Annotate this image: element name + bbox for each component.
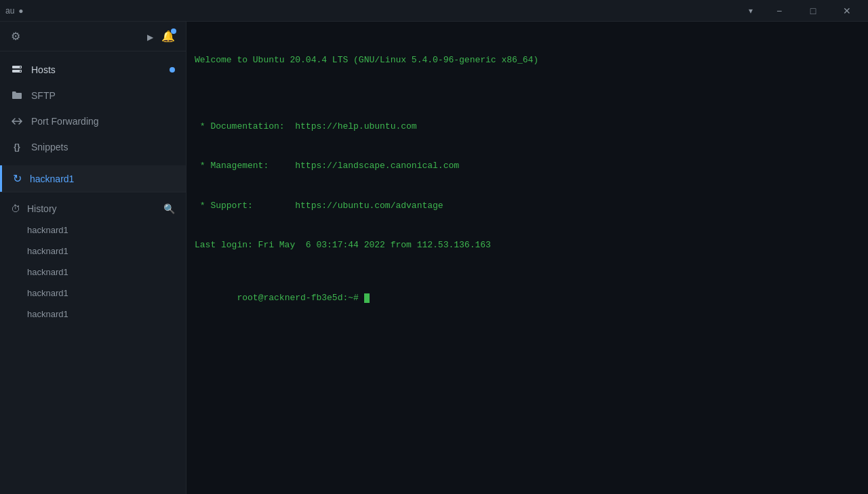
sidebar-item-port-forwarding[interactable]: Port Forwarding [0, 108, 186, 134]
history-list: hacknard1 hacknard1 hacknard1 hacknard1 … [0, 220, 186, 325]
sidebar-item-snippets[interactable]: {} Snippets [0, 134, 186, 160]
search-icon: 🔍 [163, 203, 175, 214]
terminal-button[interactable] [147, 30, 153, 43]
sidebar-item-label: Hosts [31, 64, 56, 75]
terminal-line: * Documentation: https://help.ubuntu.com [195, 120, 860, 133]
status-label: au [5, 6, 14, 16]
chevron-down-icon: ▾ [749, 6, 753, 16]
status-icon: ● [18, 6, 23, 16]
sidebar-top-icons: 🔔 [147, 30, 175, 43]
terminal-line: * Management: https://landscape.canonica… [195, 159, 860, 173]
sidebar-nav: Hosts SFTP Port Forwardin [0, 52, 186, 165]
sidebar: 🔔 Hosts [0, 22, 186, 494]
terminal-line: * Support: https://ubuntu.com/advantage [195, 199, 860, 213]
terminal-line: Last login: Fri May 6 03:17:44 2022 from… [195, 239, 860, 252]
history-item[interactable]: hacknard1 [0, 220, 186, 241]
snippet-icon: {} [11, 141, 23, 153]
main-layout: 🔔 Hosts [0, 22, 868, 494]
maximize-button[interactable]: □ [797, 0, 829, 22]
svg-point-3 [20, 70, 21, 72]
history-header: ⏱ History 🔍 [0, 198, 186, 220]
folder-icon [11, 89, 23, 102]
terminal-cursor [364, 293, 370, 303]
refresh-icon: ↻ [13, 172, 22, 185]
sidebar-item-label: SFTP [31, 90, 56, 101]
terminal-prompt-line: root@racknerd-fb3e5d:~# [195, 279, 860, 318]
history-item[interactable]: hacknard1 [0, 262, 186, 283]
terminal-line: Welcome to Ubuntu 20.04.4 LTS (GNU/Linux… [195, 54, 860, 67]
forward-icon [11, 115, 23, 127]
active-session-label: hacknard1 [30, 173, 74, 184]
history-label: History [27, 203, 57, 214]
active-session-item[interactable]: ↻ hacknard1 [0, 165, 186, 192]
history-search-button[interactable]: 🔍 [163, 203, 175, 214]
history-item[interactable]: hacknard1 [0, 283, 186, 304]
sidebar-item-label: Snippets [31, 142, 68, 152]
sidebar-item-hosts[interactable]: Hosts [0, 57, 186, 83]
minimize-button[interactable]: − [764, 0, 795, 22]
svg-point-2 [20, 66, 21, 68]
terminal-area[interactable]: Welcome to Ubuntu 20.04.4 LTS (GNU/Linux… [186, 22, 868, 494]
history-item[interactable]: hacknard1 [0, 241, 186, 262]
sidebar-item-sftp[interactable]: SFTP [0, 83, 186, 108]
titlebar: au ● ▾ − □ ✕ [0, 0, 868, 22]
hosts-badge [170, 67, 175, 73]
notification-dot [171, 28, 176, 34]
history-icon: ⏱ [11, 203, 20, 214]
sidebar-top: 🔔 [0, 22, 186, 52]
close-button[interactable]: ✕ [831, 0, 863, 22]
notification-button[interactable]: 🔔 [161, 30, 175, 43]
history-section: ⏱ History 🔍 hacknard1 hacknard1 hacknard… [0, 192, 186, 330]
settings-button[interactable] [11, 30, 20, 43]
history-item[interactable]: hacknard1 [0, 304, 186, 325]
server-icon [11, 64, 23, 76]
titlebar-controls: ▾ − □ ✕ [741, 0, 863, 22]
dropdown-btn[interactable]: ▾ [741, 0, 761, 22]
titlebar-status: au ● [5, 6, 24, 16]
sidebar-item-label: Port Forwarding [31, 116, 99, 127]
terminal-content[interactable]: Welcome to Ubuntu 20.04.4 LTS (GNU/Linux… [186, 22, 868, 494]
